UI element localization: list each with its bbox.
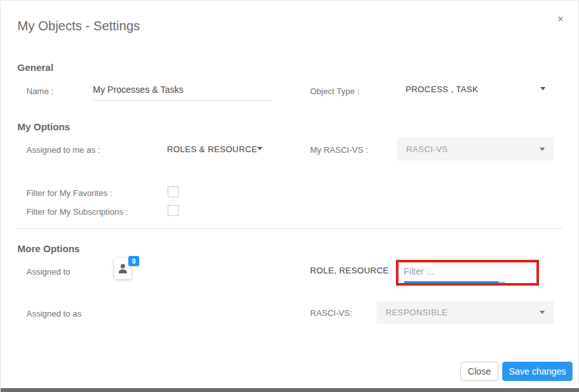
object-type-value: PROCESS , TASK bbox=[406, 84, 478, 94]
favorites-checkbox[interactable] bbox=[168, 186, 179, 197]
section-heading-my-options: My Options bbox=[17, 121, 70, 132]
settings-modal: My Objects - Settings ✕ General Name : O… bbox=[0, 0, 579, 392]
assigned-to-me-value: ROLES & RESOURCE bbox=[167, 144, 257, 154]
my-rasci-value: RASCI-VS bbox=[406, 144, 448, 154]
section-heading-more-options: More Options bbox=[17, 243, 80, 254]
my-rasci-dropdown[interactable]: RASCI-VS bbox=[397, 137, 554, 161]
role-resource-dropdown[interactable]: ROLE, RESOURCE bbox=[310, 264, 400, 276]
assigned-to-count-badge: 0 bbox=[128, 256, 139, 266]
save-changes-button[interactable]: Save changes bbox=[502, 362, 573, 381]
my-rasci-label: My RASCI-VS : bbox=[310, 145, 368, 155]
assigned-to-as-label: Assigned to as bbox=[26, 309, 81, 318]
filter-highlight-box bbox=[396, 260, 539, 286]
subscriptions-checkbox[interactable] bbox=[168, 205, 179, 216]
assigned-to-label: Assigned to bbox=[26, 267, 70, 277]
rasci-dropdown[interactable]: RESPONSIBLE bbox=[377, 301, 554, 324]
name-label: Name : bbox=[26, 86, 54, 96]
filter-underline-rest bbox=[498, 282, 505, 283]
chevron-down-icon bbox=[257, 147, 262, 150]
section-heading-general: General bbox=[17, 62, 54, 73]
filter-focus-underline bbox=[404, 281, 498, 283]
rasci-label: RASCI-VS: bbox=[310, 308, 352, 318]
object-type-label: Object Type : bbox=[310, 86, 359, 96]
rasci-value: RESPONSIBLE bbox=[386, 308, 447, 317]
role-resource-value: ROLE, RESOURCE bbox=[310, 266, 389, 275]
person-icon bbox=[118, 263, 128, 274]
favorites-label: Filter for My Favorites : bbox=[26, 188, 112, 198]
assigned-to-me-label: Assigned to me as : bbox=[26, 145, 100, 155]
assigned-to-me-dropdown[interactable]: ROLES & RESOURCE bbox=[167, 143, 266, 155]
chevron-down-icon bbox=[540, 87, 545, 90]
chevron-down-icon bbox=[540, 148, 545, 151]
chevron-down-icon bbox=[540, 311, 545, 314]
bottom-bar bbox=[1, 388, 579, 392]
name-input[interactable] bbox=[93, 84, 271, 95]
section-divider bbox=[17, 228, 563, 229]
object-type-dropdown[interactable]: PROCESS , TASK bbox=[406, 83, 551, 95]
close-icon[interactable]: ✕ bbox=[557, 15, 564, 23]
subscriptions-label: Filter for My Subscriptions : bbox=[26, 207, 128, 217]
page-title: My Objects - Settings bbox=[17, 19, 140, 34]
close-button[interactable]: Close bbox=[460, 362, 498, 381]
name-input-underline bbox=[93, 100, 271, 101]
filter-input[interactable] bbox=[404, 266, 526, 277]
